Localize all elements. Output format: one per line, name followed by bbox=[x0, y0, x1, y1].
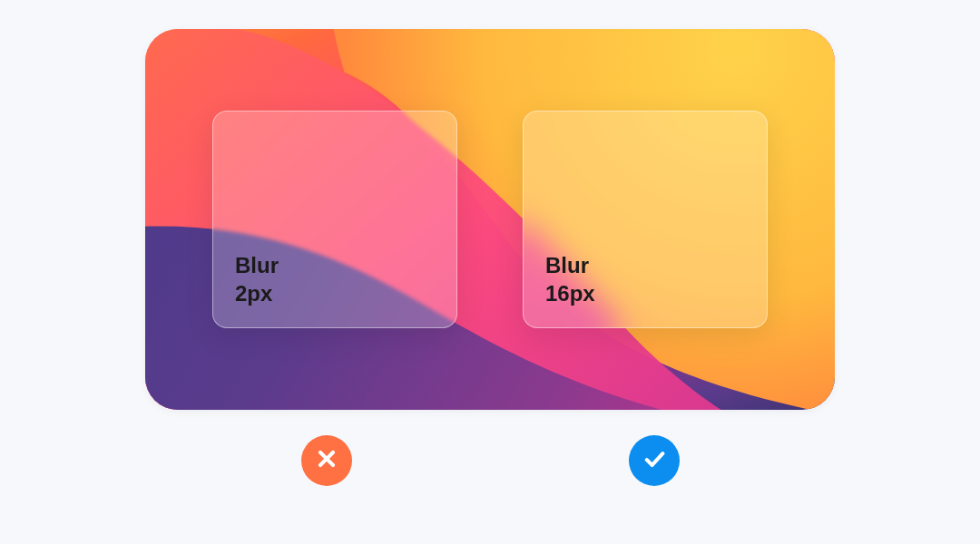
glass-cards-row: Blur 2px Blur 16px bbox=[145, 29, 835, 410]
glass-card-low-blur: Blur 2px bbox=[212, 111, 457, 328]
card-value: 16px bbox=[545, 279, 745, 307]
card-value: 2px bbox=[235, 279, 435, 307]
glass-card-high-blur: Blur 16px bbox=[523, 111, 768, 328]
verdict-badges-row bbox=[145, 435, 835, 486]
verdict-badge-bad bbox=[301, 435, 352, 486]
check-icon bbox=[642, 446, 667, 475]
cross-icon bbox=[314, 446, 339, 475]
verdict-badge-good bbox=[629, 435, 680, 486]
card-title: Blur bbox=[235, 251, 435, 279]
comparison-panel: Blur 2px Blur 16px bbox=[145, 29, 835, 410]
card-title: Blur bbox=[545, 251, 745, 279]
